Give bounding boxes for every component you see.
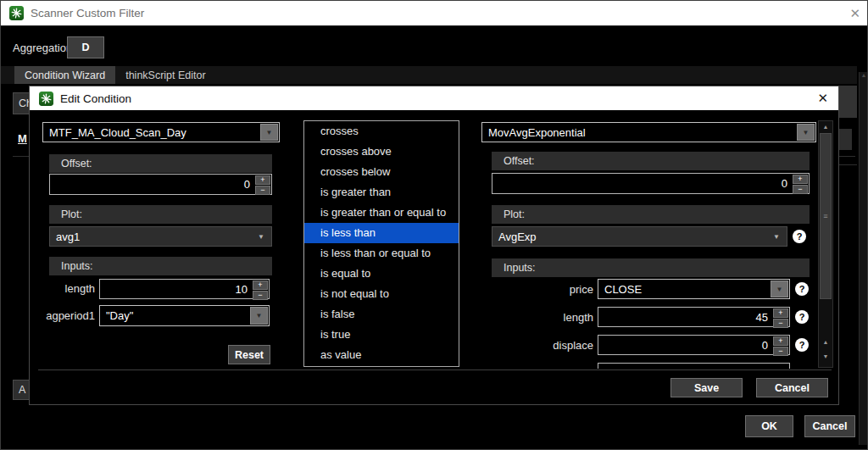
left-agperiod1-label: agperiod1	[34, 309, 95, 322]
list-item-selected[interactable]: is less than	[304, 223, 459, 243]
chevron-down-icon: ▼	[258, 233, 271, 241]
left-inputs-header: Inputs:	[49, 257, 272, 275]
list-item[interactable]: is equal to	[304, 264, 459, 284]
scrollbar-thumb[interactable]: ≡	[820, 133, 832, 299]
right-plot-select[interactable]: AvgExp ▼	[492, 226, 787, 247]
chevron-down-icon[interactable]: ▼	[797, 124, 815, 141]
scroll-up-icon[interactable]: ▲	[819, 121, 832, 132]
operator-list: crosses crosses above crosses below is g…	[303, 120, 459, 367]
decrement-icon[interactable]: −	[253, 291, 268, 300]
scroll-up-icon[interactable]: ▲	[819, 336, 832, 347]
input-partial[interactable]	[598, 363, 790, 369]
right-displace-label: displace	[517, 339, 593, 352]
help-icon[interactable]: ?	[795, 338, 809, 352]
dialog-title: Edit Condition	[60, 92, 131, 105]
spinner: + −	[252, 280, 269, 298]
right-length-label: length	[517, 311, 593, 324]
ok-button[interactable]: OK	[745, 415, 793, 437]
left-length-input[interactable]: 10 + −	[99, 279, 270, 299]
window-close-icon[interactable]: ✕	[849, 6, 860, 21]
increment-icon[interactable]: +	[773, 308, 788, 318]
scanner-custom-filter-window: Scanner Custom Filter ✕ Aggregation: D C…	[0, 0, 868, 450]
aggregation-label: Aggregation:	[13, 42, 75, 54]
tab-bar: Condition Wizard thinkScript Editor	[1, 66, 857, 84]
increment-icon[interactable]: +	[793, 175, 808, 184]
decrement-icon[interactable]: −	[773, 319, 788, 328]
divider	[38, 369, 832, 370]
spinner: + −	[254, 175, 271, 194]
chevron-down-icon: ▼	[773, 233, 787, 241]
left-agperiod1-select[interactable]: "Day" ▼	[99, 305, 270, 326]
list-item[interactable]: as value	[304, 345, 459, 365]
list-item[interactable]: is true	[304, 325, 459, 345]
decrement-icon[interactable]: −	[255, 186, 270, 195]
window-titlebar: Scanner Custom Filter ✕	[1, 1, 868, 26]
left-study-select[interactable]: MTF_MA_Cloud_Scan_Day ▼	[42, 122, 280, 142]
tab-thinkscript-editor[interactable]: thinkScript Editor	[115, 66, 215, 84]
grip-icon: ≡	[823, 213, 828, 219]
thinkorswim-logo-icon	[39, 92, 53, 106]
left-offset-header: Offset:	[49, 154, 272, 173]
right-study-select[interactable]: MovAvgExponential ▼	[481, 122, 816, 142]
edit-condition-dialog: Edit Condition ✕ MTF_MA_Cloud_Scan_Day ▼…	[29, 86, 839, 405]
list-item[interactable]: is not equal to	[304, 284, 459, 304]
right-inputs-header: Inputs:	[492, 258, 810, 277]
right-plot-header: Plot:	[492, 205, 810, 224]
main-scrollbar[interactable]: ▲	[859, 72, 868, 445]
tab-condition-wizard[interactable]: Condition Wizard	[14, 66, 115, 84]
increment-icon[interactable]: +	[773, 336, 788, 346]
list-item[interactable]: crosses below	[304, 162, 459, 182]
list-item[interactable]: is greater than or equal to	[304, 203, 459, 223]
chevron-down-icon[interactable]: ▼	[260, 124, 278, 141]
scroll-up-icon[interactable]: ▲	[860, 72, 868, 78]
dialog-close-icon[interactable]: ✕	[817, 91, 828, 106]
spinner: + −	[772, 336, 789, 354]
help-icon[interactable]: ?	[795, 282, 809, 296]
dialog-cancel-button[interactable]: Cancel	[756, 378, 828, 397]
panel-scrollbar[interactable]: ▲ ≡ ▲ ▼	[818, 120, 833, 368]
right-length-input[interactable]: 45 + −	[598, 307, 790, 327]
left-length-label: length	[34, 282, 95, 295]
list-item[interactable]: is less than or equal to	[304, 243, 459, 264]
spinner: + −	[772, 308, 789, 326]
chevron-down-icon[interactable]: ▼	[771, 281, 788, 297]
right-price-label: price	[517, 283, 593, 296]
window-title: Scanner Custom Filter	[31, 7, 144, 19]
right-offset-input[interactable]: 0 + −	[492, 173, 810, 194]
right-displace-input[interactable]: 0 + −	[598, 335, 790, 355]
clipped-condition-link[interactable]: M	[18, 132, 30, 145]
help-icon[interactable]: ?	[793, 230, 806, 243]
spinner: + −	[792, 174, 809, 193]
decrement-icon[interactable]: −	[793, 185, 808, 194]
left-offset-input[interactable]: 0 + −	[49, 174, 272, 195]
chevron-down-icon[interactable]: ▼	[250, 307, 268, 325]
increment-icon[interactable]: +	[255, 175, 270, 185]
reset-button[interactable]: Reset	[228, 345, 270, 364]
left-plot-select[interactable]: avg1 ▼	[49, 226, 272, 247]
help-icon[interactable]: ?	[795, 310, 809, 324]
list-item[interactable]: crosses above	[304, 142, 459, 162]
save-button[interactable]: Save	[670, 378, 743, 397]
right-price-select[interactable]: CLOSE ▼	[598, 279, 790, 299]
list-item[interactable]: is greater than	[304, 182, 459, 203]
list-item[interactable]: crosses	[304, 121, 459, 142]
left-plot-header: Plot:	[49, 205, 272, 224]
list-item[interactable]: is false	[304, 304, 459, 325]
aggregation-button[interactable]: D	[67, 36, 104, 58]
increment-icon[interactable]: +	[253, 281, 268, 290]
dialog-titlebar: Edit Condition ✕	[30, 86, 838, 110]
thinkorswim-logo-icon	[9, 6, 24, 20]
right-offset-header: Offset:	[492, 152, 810, 170]
decrement-icon[interactable]: −	[773, 347, 788, 356]
scroll-down-icon[interactable]: ▼	[819, 351, 832, 362]
cancel-button[interactable]: Cancel	[804, 415, 855, 437]
